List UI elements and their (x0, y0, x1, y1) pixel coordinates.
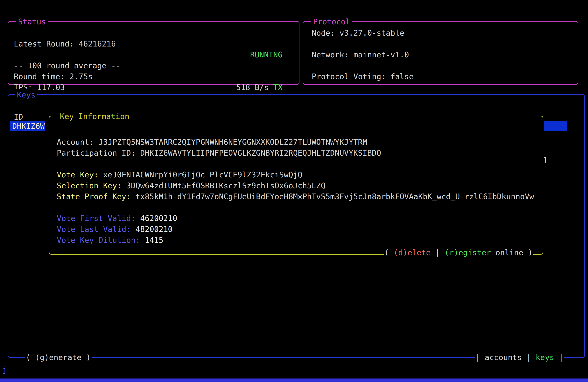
vote-last-valid-value: 48200210 (136, 225, 173, 233)
account-line: Account: J3JPZTQ5NSW3TARRC2QIYPGNWNH6NEY… (57, 137, 367, 148)
participation-id-label: Participation ID: (57, 149, 140, 157)
tx-rate: 518 B/s TX (236, 82, 283, 93)
vote-first-valid-line: Vote First Valid: 46200210 (57, 213, 177, 224)
vote-key-label: Vote Key: (57, 170, 103, 179)
vote-last-valid-line: Vote Last Valid: 48200210 (57, 224, 173, 234)
tab-keys[interactable]: keys (536, 353, 554, 362)
header-separator-right (544, 116, 567, 116)
latest-round-text: Latest Round: 46216216 (14, 38, 116, 49)
selection-key-label: Selection Key: (57, 181, 126, 190)
key-information-title: Key Information (58, 111, 131, 122)
vote-first-valid-value: 46200210 (140, 214, 177, 223)
vote-key-line: Vote Key: xeJ0ENIACWNrpYi0r6IjOc_PlcVCE9… (57, 169, 302, 180)
vote-first-valid-label: Vote First Valid: (57, 214, 140, 223)
keys-panel: Keys ID Address Active Last Vote Last Bl… (8, 94, 585, 358)
key-information-panel: Key Information Account: J3JPZTQ5NSW3TAR… (49, 116, 543, 255)
selected-key-id: DHKIZ6W (12, 121, 45, 131)
status-panel: Status Latest Round: 46216216 RUNNING --… (8, 21, 299, 85)
header-separator-left (10, 116, 45, 116)
keys-table-header: ID Address Active Last Vote Last Block P… (8, 101, 584, 111)
vote-key-value: xeJ0ENIACWNrpYi0r6IjOc_PlcVCE9lZ32EkciSw… (103, 170, 302, 179)
selection-key-value: 3DQw64zdIUMt5EfOSRBIKsczlSz9chTsOx6oJch5… (126, 181, 326, 190)
participation-id-line: Participation ID: DHKIZ6WAVTYLIIPNFPEOVG… (57, 148, 381, 158)
status-panel-title: Status (16, 16, 48, 27)
tx-rate-value: 518 B/s (236, 83, 273, 92)
table-row-selected[interactable]: DHKIZ6W (10, 121, 45, 131)
selection-key-line: Selection Key: 3DQw64zdIUMt5EfOSRBIKsczl… (57, 180, 326, 191)
protocol-voting-text: Protocol Voting: false (312, 71, 414, 82)
tabs-pipe-left: | (475, 353, 485, 362)
tab-accounts[interactable]: accounts (485, 353, 522, 362)
delete-action[interactable]: (d)elete (394, 248, 431, 257)
account-label: Account: (57, 138, 98, 147)
vote-key-dilution-line: Vote Key Dilution: 1415 (57, 234, 163, 245)
participation-id-value: DHKIZ6WAVTYLIIPNFPEOVGLKZGNBYRI2RQEQJHLT… (140, 149, 381, 157)
protocol-panel-title: Protocol (311, 16, 352, 27)
view-tabs: | accounts | keys | (475, 352, 564, 363)
protocol-panel: Protocol Node: v3.27.0-stable Network: m… (303, 21, 578, 85)
stray-terminal-char: j (2, 364, 7, 375)
node-version-text: Node: v3.27.0-stable (312, 27, 404, 38)
table-row-selected-right[interactable] (544, 121, 567, 131)
bottom-terminal-strip (0, 379, 588, 382)
keys-panel-title: Keys (15, 89, 37, 100)
state-proof-key-line: State Proof Key: tx85kM1h-dY1Fd7w7oNCgFU… (57, 191, 534, 202)
tabs-pipe-right: | (554, 353, 564, 362)
key-actions-hint: ( (d)elete | (r)egister online ) (384, 247, 534, 258)
generate-key-hint[interactable]: ( (g)enerate ) (25, 352, 92, 363)
vote-last-valid-label: Vote Last Valid: (57, 225, 136, 233)
terminal-screen: Status Latest Round: 46216216 RUNNING --… (0, 0, 588, 382)
actions-open-paren: ( (384, 248, 394, 257)
actions-separator: | (431, 248, 444, 257)
vote-key-dilution-value: 1415 (145, 235, 163, 244)
actions-close-paren: ) (528, 248, 533, 257)
tx-label: TX (273, 83, 283, 92)
tabs-pipe-mid: | (522, 353, 536, 362)
state-proof-key-label: State Proof Key: (57, 192, 136, 201)
vote-key-dilution-label: Vote Key Dilution: (57, 235, 145, 244)
account-value: J3JPZTQ5NSW3TARRC2QIYPGNWNH6NEYGGNXXKODL… (98, 138, 367, 147)
state-proof-key-value: tx85kM1h-dY1Fd7w7oNCgFUeUiBdFYoeH8MxPhTv… (136, 192, 534, 201)
register-online-text: online (491, 248, 528, 257)
network-text: Network: mainnet-v1.0 (312, 49, 409, 60)
register-action[interactable]: (r)egister (444, 248, 491, 257)
